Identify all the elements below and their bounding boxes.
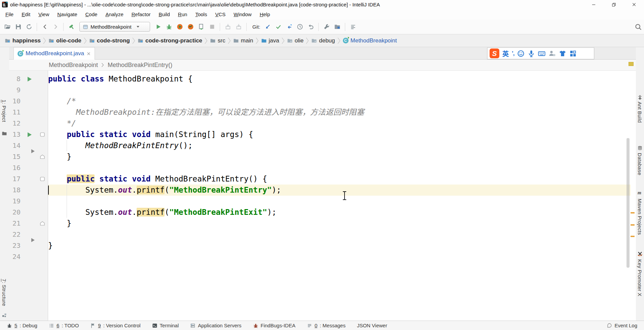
code-line[interactable]: System.out.printf("MethodBreakPintExit")… <box>48 207 277 218</box>
line-number[interactable]: 15 <box>9 151 21 162</box>
path-crumb-MethodBreakpoint[interactable]: CMethodBreakpoint <box>342 37 398 44</box>
menu-item[interactable]: Tools <box>191 11 211 17</box>
menu-item[interactable]: View <box>34 11 53 17</box>
line-number[interactable]: 22 <box>9 229 21 240</box>
sogou-logo-icon[interactable]: S <box>490 48 499 58</box>
sidebar-item-database[interactable]: Database <box>637 153 643 175</box>
code-line[interactable]: public static void main(String[] args) { <box>48 129 253 140</box>
menu-item[interactable]: Build <box>154 11 174 17</box>
folded-region-arrow-icon[interactable] <box>31 238 35 242</box>
sidebar-item-key-promoter-x[interactable]: Key Promoter X <box>637 259 643 296</box>
close-button[interactable] <box>624 0 644 9</box>
line-number[interactable]: 8 <box>9 73 21 85</box>
code-line[interactable]: } <box>48 218 71 229</box>
path-crumb-src[interactable]: src <box>209 37 227 44</box>
code-editor[interactable]: 89101112131415161718192021222324 public … <box>9 71 636 321</box>
statusbar-item-application-servers[interactable]: Application Servers <box>190 323 241 328</box>
fold-marker-icon[interactable] <box>40 132 45 137</box>
path-crumb-code-strong[interactable]: code-strong <box>88 37 131 44</box>
line-number[interactable]: 21 <box>9 218 21 229</box>
git-commit-button[interactable] <box>273 22 284 32</box>
breadcrumb-class[interactable]: MethodBreakpoint <box>49 62 98 69</box>
tab-methodbreakpoint-java[interactable]: C MethodBreakpoint.java <box>13 47 95 60</box>
code-line[interactable]: } <box>48 151 71 162</box>
toolbox-icon[interactable] <box>569 50 577 57</box>
account-icon[interactable] <box>548 50 556 57</box>
breadcrumb-method[interactable]: MethodBreakPintEntry() <box>108 62 172 69</box>
emoji-icon[interactable] <box>517 50 525 57</box>
line-number[interactable]: 11 <box>9 107 21 118</box>
line-number[interactable]: 12 <box>9 118 21 129</box>
sync-button[interactable] <box>24 22 34 32</box>
code-line[interactable]: } <box>48 240 53 251</box>
statusbar-item-terminal[interactable]: Terminal <box>152 323 179 328</box>
rollback-button[interactable] <box>305 22 316 32</box>
folded-region-arrow-icon[interactable] <box>31 149 35 153</box>
menu-item[interactable]: Help <box>256 11 274 17</box>
history-button[interactable] <box>294 22 305 32</box>
fold-marker-icon[interactable] <box>40 155 45 159</box>
run-line-icon[interactable] <box>28 77 32 81</box>
line-number[interactable]: 18 <box>9 185 21 196</box>
run-line-icon[interactable] <box>28 132 32 137</box>
profiler-button[interactable] <box>185 22 196 32</box>
menu-item[interactable]: Analyze <box>101 11 127 17</box>
line-number[interactable]: 14 <box>9 140 21 151</box>
line-number[interactable]: 24 <box>9 251 21 262</box>
menu-item[interactable]: File <box>1 11 17 17</box>
settings-button[interactable] <box>321 22 332 32</box>
code-line[interactable]: */ <box>48 118 76 129</box>
statusbar-item-json-viewer[interactable]: JSON Viewer <box>357 323 387 328</box>
edit-configurations-button[interactable] <box>348 22 358 32</box>
sidebar-item-project[interactable]: 1: Project <box>1 100 7 122</box>
error-stripe-mark[interactable] <box>631 224 635 226</box>
ime-language-toggle[interactable]: 英 <box>502 49 509 58</box>
run-button[interactable] <box>153 22 164 32</box>
sidebar-item-structure[interactable]: 7: Structure <box>1 279 7 306</box>
line-number[interactable]: 9 <box>9 85 21 96</box>
sidebar-item-maven-projects[interactable]: Maven Projects <box>637 199 643 235</box>
path-crumb-java[interactable]: java <box>260 37 281 44</box>
code-line[interactable]: public class MethodBreakpoint { <box>48 73 192 85</box>
run-configuration-select[interactable]: MethodBreakpoint <box>79 22 150 32</box>
code-line[interactable]: System.out.printf("MethodBreakPintEntry"… <box>48 185 281 196</box>
attach-process-button[interactable] <box>196 22 207 32</box>
git-push-button[interactable] <box>284 22 294 32</box>
menu-item[interactable]: Code <box>81 11 102 17</box>
path-crumb-olie-code[interactable]: olie-code <box>47 37 83 44</box>
path-crumb-happiness[interactable]: happiness <box>3 37 42 44</box>
event-log-button[interactable]: Event Log <box>607 321 637 330</box>
build-artifact-button[interactable] <box>222 22 233 32</box>
path-crumb-code-strong-practice[interactable]: code-strong-practice <box>136 37 204 44</box>
editor-scrollbar[interactable] <box>627 138 630 268</box>
menu-item[interactable]: Navigate <box>53 11 81 17</box>
line-number[interactable]: 17 <box>9 173 21 185</box>
menu-item[interactable]: Run <box>174 11 191 17</box>
code-line[interactable]: public static void MethodBreakPintEntry(… <box>48 173 267 185</box>
restore-button[interactable] <box>604 0 624 9</box>
minimize-button[interactable] <box>583 0 604 9</box>
line-number[interactable]: 10 <box>9 96 21 107</box>
sidebar-item-ant-build[interactable]: Ant Build <box>637 102 643 123</box>
deploy-button[interactable] <box>233 22 244 32</box>
menu-item[interactable]: VCS <box>211 11 229 17</box>
keyboard-icon[interactable] <box>538 50 545 57</box>
menu-item[interactable]: Edit <box>17 11 34 17</box>
path-crumb-debug[interactable]: debug <box>310 37 336 44</box>
line-number[interactable]: 20 <box>9 207 21 218</box>
statusbar-item--todo[interactable]: 6: TODO <box>49 323 79 328</box>
line-number[interactable]: 13 <box>9 129 21 140</box>
statusbar-item--debug[interactable]: 5: Debug <box>7 323 37 328</box>
project-structure-button[interactable] <box>332 22 343 32</box>
search-everywhere-button[interactable] <box>635 23 642 31</box>
code-line[interactable]: /* <box>48 96 76 107</box>
code-line[interactable]: MethodBreakpoint:在指定方法阻塞，可以设定方法进入时阻塞，方法返… <box>48 107 364 118</box>
path-crumb-olie[interactable]: olie <box>286 37 305 44</box>
git-update-button[interactable] <box>262 22 273 32</box>
close-tab-icon[interactable] <box>86 52 91 56</box>
statusbar-item--messages[interactable]: 0: Messages <box>307 323 346 328</box>
path-crumb-main[interactable]: main <box>232 37 255 44</box>
debug-button[interactable] <box>164 22 174 32</box>
error-stripe-mark[interactable] <box>631 236 635 237</box>
line-number[interactable]: 23 <box>9 240 21 251</box>
